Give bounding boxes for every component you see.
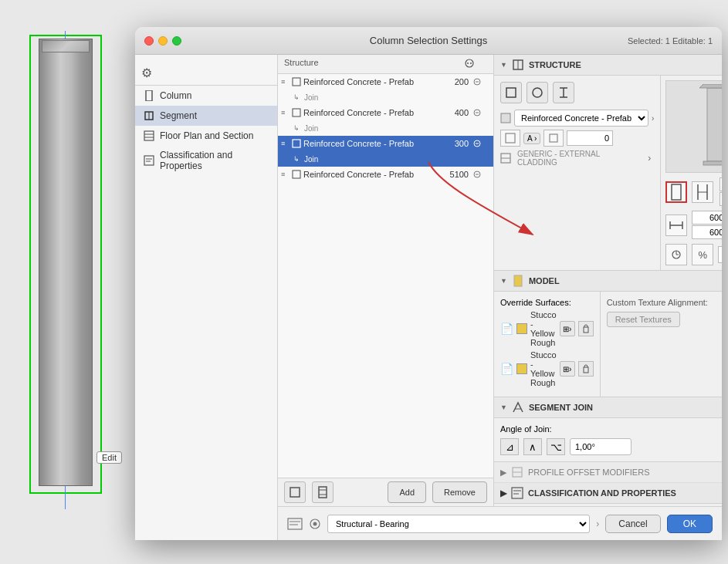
model-section-header[interactable]: ▼ MODEL (494, 271, 722, 292)
material-arrow: › (652, 114, 654, 123)
row-content: Reinforced Concrete - Prefab (292, 108, 433, 117)
shape-circle-btn[interactable] (527, 82, 548, 103)
svg-rect-24 (290, 488, 300, 497)
row-value: 200 (433, 77, 472, 86)
segment-buttons: Add Remove (278, 478, 493, 506)
sidebar-item-column[interactable]: Column (135, 86, 277, 106)
surface-edit-btn-1[interactable]: ⊞› (560, 321, 575, 336)
profile-icon (500, 130, 520, 147)
svg-rect-12 (293, 78, 300, 86)
angle-btn-2[interactable]: ∧ (523, 438, 542, 455)
segment-list-header: Structure (278, 55, 493, 74)
svg-rect-56 (584, 367, 588, 373)
row-content: Reinforced Concrete - Prefab (292, 170, 433, 179)
square-icon (543, 130, 564, 147)
row-label: Reinforced Concrete - Prefab (303, 77, 414, 86)
shape-ibeam-btn[interactable] (553, 82, 574, 103)
bearing-expand[interactable]: › (596, 518, 599, 529)
title-bar: Column Selection Settings Selected: 1 Ed… (135, 27, 722, 55)
svg-rect-54 (514, 275, 522, 286)
cancel-button[interactable]: Cancel (605, 515, 660, 533)
offset-value-input[interactable] (567, 130, 613, 146)
material-icon (500, 113, 511, 123)
row-label: Reinforced Concrete - Prefab (303, 139, 414, 148)
svg-rect-37 (550, 134, 557, 142)
model-section-title: MODEL (529, 276, 560, 285)
join-arrow: ↳ (293, 93, 304, 101)
width-top-input[interactable] (692, 211, 722, 225)
table-row[interactable]: ≡ Reinforced Concrete - Prefab 200 (278, 74, 493, 89)
segment-panel: Structure ≡ Reinforced C (278, 55, 494, 506)
surface-link-btn-2[interactable] (578, 361, 594, 377)
table-row[interactable]: ≡ Reinforced Concrete - Prefab 300 (278, 136, 493, 151)
window-title: Column Selection Settings (370, 35, 487, 46)
reset-textures-btn[interactable]: Reset Textures (607, 312, 680, 327)
segment-type-btn-1[interactable] (284, 481, 306, 503)
width-bottom-input[interactable] (692, 225, 722, 239)
override-surfaces-label: Override Surfaces: (500, 298, 594, 307)
table-row[interactable]: ≡ Reinforced Concrete - Prefab 400 (278, 105, 493, 120)
bearing-select[interactable]: Structural - Bearing (327, 515, 590, 533)
cladding-label: GENERIC - EXTERNAL CLADDING (514, 150, 642, 167)
column-outline-btn[interactable] (665, 181, 687, 203)
sidebar-item-floorplan[interactable]: Floor Plan and Section (135, 126, 277, 146)
table-row[interactable]: ↳ Join (278, 120, 493, 136)
row-icon (472, 138, 483, 149)
sidebar-item-segment[interactable]: Segment (135, 106, 277, 126)
row-icon (472, 76, 483, 87)
remove-button[interactable]: Remove (432, 481, 487, 503)
svg-rect-63 (288, 518, 302, 529)
structure-left: Reinforced Concrete - Prefab › A (494, 76, 660, 270)
table-row[interactable]: ↳ Join (278, 89, 493, 105)
surface-link-btn-1[interactable] (578, 321, 594, 336)
column-nav-icon (143, 89, 155, 102)
dim-top-input[interactable] (720, 177, 722, 191)
table-row[interactable]: ≡ Reinforced Concrete - Prefab 5100 (278, 167, 493, 182)
angle-controls: ⊿ ∧ ⌥ (500, 438, 716, 455)
sidebar-item-classification[interactable]: Classification and Properties (135, 146, 277, 175)
settings-icon: ⚙ (141, 66, 152, 80)
sidebar-item-label-segment: Segment (160, 110, 197, 121)
structure-section-header[interactable]: ▼ STRUCTURE (494, 55, 722, 76)
classification-bottom-icon (287, 518, 303, 530)
material-row: Reinforced Concrete - Prefab › (500, 110, 654, 127)
cladding-expand-btn[interactable]: › (645, 153, 654, 164)
ratio-btn[interactable]: A › (523, 133, 540, 144)
column-dims-btn[interactable] (692, 181, 713, 203)
row-label: Reinforced Concrete - Prefab (303, 170, 414, 179)
row-marker: ≡ (281, 140, 292, 147)
row-content: Reinforced Concrete - Prefab (292, 77, 433, 86)
percent-symbol: % (699, 249, 708, 261)
shape-rect-btn[interactable] (500, 82, 522, 103)
offset-300-input[interactable] (718, 246, 722, 263)
profile-offset-title: PROFILE OFFSET MODIFIERS (528, 468, 649, 477)
material-select[interactable]: Reinforced Concrete - Prefab (514, 110, 648, 127)
add-button[interactable]: Add (388, 481, 426, 503)
classification-section-header[interactable]: ▶ CLASSIFICATION AND PROPERTIES (494, 483, 722, 504)
svg-rect-43 (703, 161, 722, 165)
angle-input[interactable] (570, 438, 631, 455)
surface-color-1 (516, 323, 527, 334)
column-3d-view: Edit (15, 31, 124, 509)
column-top-cap (42, 40, 90, 52)
table-row[interactable]: ↳ Join (278, 151, 493, 167)
join-arrow: ↳ (293, 124, 304, 132)
segment-join-section-header[interactable]: ▼ SEGMENT JOIN (494, 397, 722, 418)
floorplan-nav-icon (143, 130, 155, 142)
dim-bottom-input[interactable] (720, 192, 722, 206)
profile-offset-section-header[interactable]: ▶ PROFILE OFFSET MODIFIERS (494, 462, 722, 483)
dim-col-header (418, 58, 464, 70)
maximize-button[interactable] (172, 36, 181, 46)
close-button[interactable] (144, 36, 154, 46)
angle-btn-3[interactable]: ⌥ (547, 438, 565, 455)
row-marker: ≡ (281, 171, 292, 178)
surface-edit-btn-2[interactable]: ⊞› (560, 361, 575, 377)
ok-button[interactable]: OK (667, 515, 713, 533)
cladding-row: GENERIC - EXTERNAL CLADDING › (500, 150, 654, 167)
structure-col-header: Structure (284, 58, 418, 70)
minimize-button[interactable] (158, 36, 168, 46)
segment-type-btn-2[interactable] (312, 481, 334, 503)
classification-nav-icon (143, 154, 155, 167)
column-visual (15, 31, 124, 509)
angle-btn-1[interactable]: ⊿ (500, 438, 519, 455)
